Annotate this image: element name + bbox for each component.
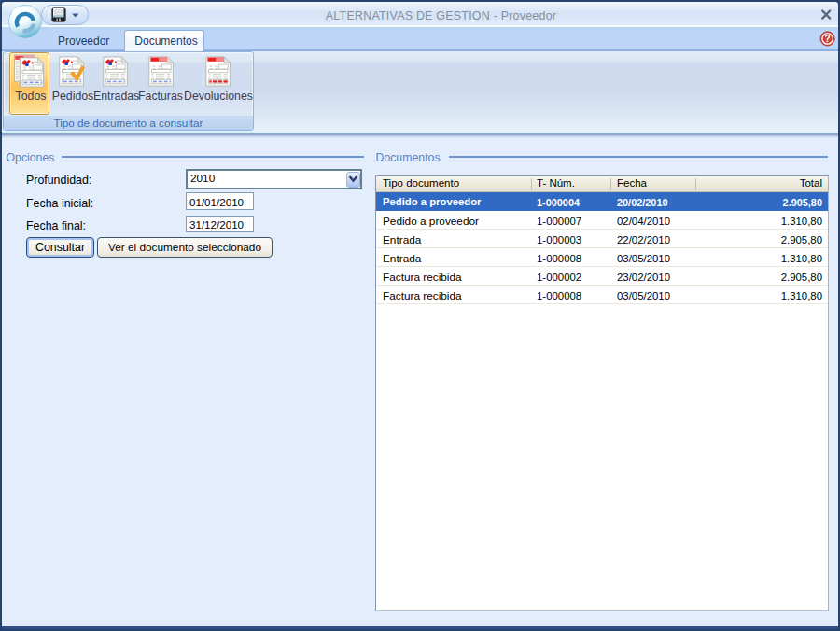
svg-text:?: ? [825,34,831,44]
